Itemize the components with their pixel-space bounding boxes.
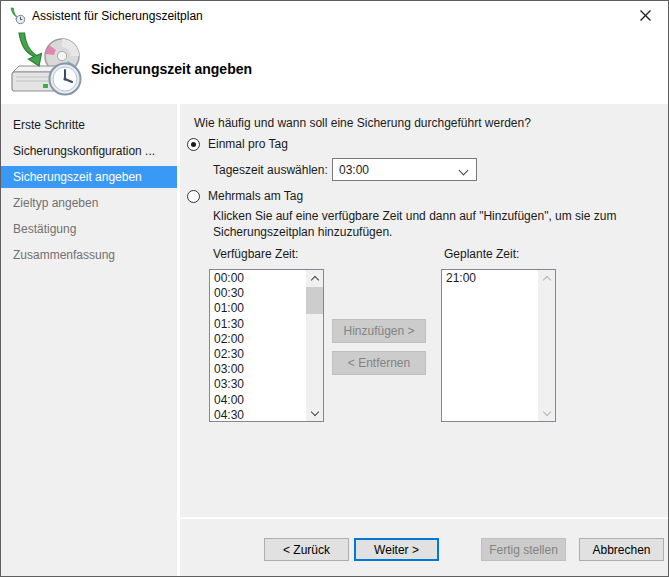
- title-bar[interactable]: Assistent für Sicherungszeitplan: [1, 1, 668, 31]
- sidebar-item-zusammenfassung: Zusammenfassung: [1, 244, 177, 266]
- list-item[interactable]: 03:00: [210, 362, 306, 377]
- chevron-down-icon: [459, 166, 469, 176]
- time-select-label: Tageszeit auswählen:: [213, 163, 328, 177]
- window-title: Assistent für Sicherungszeitplan: [32, 9, 203, 23]
- radio-multiple-label: Mehrmals am Tag: [208, 189, 303, 203]
- scroll-up-icon[interactable]: [306, 270, 323, 286]
- backup-schedule-icon: [9, 32, 89, 102]
- available-times-label: Verfügbare Zeit:: [213, 247, 298, 261]
- list-item[interactable]: 00:30: [210, 286, 306, 301]
- available-times-listbox[interactable]: 00:0000:3001:0001:3002:0002:3003:0003:30…: [209, 269, 324, 422]
- back-button[interactable]: < Zurück: [264, 538, 349, 561]
- sidebar-item-erste-schritte: Erste Schritte: [1, 114, 177, 136]
- instruction-text: Klicken Sie auf eine verfügbare Zeit und…: [213, 208, 616, 240]
- time-of-day-select[interactable]: 03:00: [332, 158, 477, 181]
- time-select-value: 03:00: [339, 163, 369, 177]
- content-pane: Wie häufig und wann soll eine Sicherung …: [180, 104, 668, 576]
- radio-icon[interactable]: [187, 138, 200, 151]
- sidebar-item-sicherungskonfiguration: Sicherungskonfiguration ...: [1, 140, 177, 162]
- list-item[interactable]: 03:30: [210, 377, 306, 392]
- page-title: Sicherungszeit angeben: [91, 61, 252, 77]
- scroll-up-icon: [538, 270, 555, 286]
- sidebar-item-sicherungszeit-angeben: Sicherungszeit angeben: [1, 166, 177, 188]
- question-text: Wie häufig und wann soll eine Sicherung …: [194, 116, 531, 130]
- list-item[interactable]: 01:00: [210, 301, 306, 316]
- scheduled-times-listbox[interactable]: 21:00: [441, 269, 556, 422]
- scheduled-times-list: 21:00: [442, 271, 538, 420]
- radio-option-once-daily[interactable]: Einmal pro Tag: [187, 137, 288, 151]
- remove-button: < Entfernen: [332, 351, 426, 375]
- scrollbar-thumb[interactable]: [306, 287, 323, 314]
- backup-schedule-small-icon: [8, 7, 26, 25]
- scheduled-times-label: Geplante Zeit:: [444, 247, 519, 261]
- sidebar-item-zieltyp-angeben: Zieltyp angeben: [1, 192, 177, 214]
- close-icon: [640, 10, 651, 21]
- list-item[interactable]: 04:00: [210, 393, 306, 408]
- cancel-button[interactable]: Abbrechen: [579, 538, 664, 561]
- list-item[interactable]: 02:30: [210, 347, 306, 362]
- wizard-header: Sicherungszeit angeben: [1, 31, 668, 104]
- list-item[interactable]: 02:00: [210, 332, 306, 347]
- scroll-down-icon[interactable]: [306, 405, 323, 421]
- instruction-line-2: Sicherungszeitplan hinzuzufügen.: [213, 224, 616, 240]
- radio-once-label: Einmal pro Tag: [208, 137, 288, 151]
- wizard-window: Assistent für Sicherungszeitplan: [0, 0, 669, 577]
- next-button[interactable]: Weiter >: [354, 538, 439, 561]
- list-item[interactable]: 21:00: [442, 271, 538, 286]
- scroll-down-icon: [538, 405, 555, 421]
- available-times-list: 00:0000:3001:0001:3002:0002:3003:0003:30…: [210, 271, 306, 420]
- close-button[interactable]: [623, 1, 668, 30]
- list-item[interactable]: 04:30: [210, 408, 306, 420]
- radio-option-multiple-daily[interactable]: Mehrmals am Tag: [187, 189, 303, 203]
- footer-separator: [180, 517, 668, 519]
- list-item[interactable]: 01:30: [210, 317, 306, 332]
- list-item[interactable]: 00:00: [210, 271, 306, 286]
- sidebar-item-bestaetigung: Bestätigung: [1, 218, 177, 240]
- instruction-line-1: Klicken Sie auf eine verfügbare Zeit und…: [213, 208, 616, 224]
- sidebar: Erste Schritte Sicherungskonfiguration .…: [1, 104, 177, 576]
- add-button: Hinzufügen >: [332, 319, 426, 343]
- available-times-scrollbar[interactable]: [306, 270, 323, 421]
- radio-icon[interactable]: [187, 190, 200, 203]
- scheduled-times-scrollbar: [538, 270, 555, 421]
- finish-button: Fertig stellen: [481, 538, 566, 561]
